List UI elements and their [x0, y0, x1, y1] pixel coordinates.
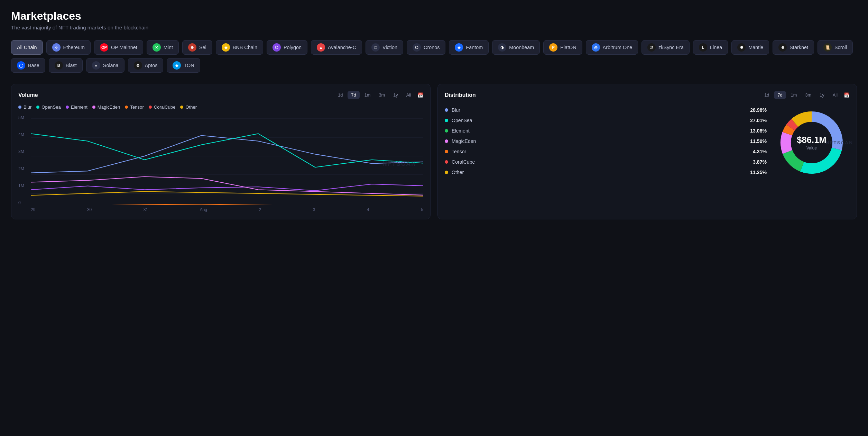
time-btn-1d[interactable]: 1d	[334, 91, 346, 99]
volume-time-filters: 1d7d1m3m1yAll📅	[334, 91, 423, 99]
chain-btn-moonbeam[interactable]: ◑Moonbeam	[492, 40, 540, 55]
donut-slice-element	[783, 150, 804, 172]
volume-panel-header: Volume 1d7d1m3m1yAll📅	[18, 91, 423, 99]
chain-btn-fantom[interactable]: ◈Fantom	[449, 40, 489, 55]
donut-slice-opensea	[800, 148, 842, 174]
chain-label-base: Base	[28, 63, 39, 68]
chain-icon-ton: ◆	[173, 61, 181, 70]
chain-btn-viction[interactable]: □Viction	[366, 40, 403, 55]
chain-label-polygon: Polygon	[284, 45, 302, 50]
chain-btn-scroll[interactable]: 📜Scroll	[818, 40, 853, 55]
dist-row-opensea: OpenSea 27.01%	[445, 118, 767, 123]
chain-btn-sei[interactable]: ⊕Sei	[182, 40, 212, 55]
chain-btn-mantle[interactable]: ✺Mantle	[731, 40, 769, 55]
time-btn-1y[interactable]: 1y	[390, 91, 401, 99]
legend-label: Tensor	[130, 105, 144, 110]
time-btn-7d[interactable]: 7d	[348, 91, 359, 99]
dist-label: Other	[452, 170, 747, 175]
dist-label: OpenSea	[452, 118, 747, 123]
chain-btn-linea[interactable]: LLinea	[693, 40, 728, 55]
line-tensor	[31, 204, 423, 206]
time-btn-1m[interactable]: 1m	[361, 91, 374, 99]
chain-btn-platon[interactable]: PPlatON	[543, 40, 582, 55]
time-btn-1d[interactable]: 1d	[761, 91, 773, 99]
chain-btn-zksync[interactable]: ⇄zkSync Era	[641, 40, 690, 55]
time-btn-1m[interactable]: 1m	[787, 91, 801, 99]
time-btn-3m[interactable]: 3m	[375, 91, 388, 99]
legend-item-other: Other	[180, 105, 197, 110]
calendar-icon[interactable]: 📅	[417, 92, 423, 98]
chain-btn-ton[interactable]: ◆TON	[167, 58, 200, 73]
chain-label-blast: Blast	[66, 63, 77, 68]
page-title: Marketplaces	[11, 10, 857, 22]
chain-btn-mint[interactable]: ✕Mint	[147, 40, 179, 55]
time-btn-3m[interactable]: 3m	[802, 91, 815, 99]
chain-icon-moonbeam: ◑	[498, 43, 506, 52]
dist-time-filters: 1d7d1m3m1yAll📅	[761, 91, 850, 99]
time-btn-All[interactable]: All	[829, 91, 841, 99]
dist-row-tensor: Tensor 4.31%	[445, 149, 767, 154]
chain-label-zksync: zkSync Era	[658, 45, 684, 50]
chain-btn-cronos[interactable]: ⬡Cronos	[407, 40, 445, 55]
y-label: 0	[18, 200, 24, 205]
legend-item-tensor: Tensor	[125, 105, 144, 110]
volume-y-labels: 5M4M3M2M1M0	[18, 115, 24, 212]
x-label: 29	[31, 207, 35, 212]
volume-title: Volume	[18, 92, 38, 98]
chain-label-starknet: Starknet	[789, 45, 808, 50]
legend-dot	[125, 106, 128, 109]
dist-pct: 3.87%	[753, 159, 767, 165]
legend-dot	[180, 106, 183, 109]
chain-label-linea: Linea	[710, 45, 722, 50]
chain-btn-ethereum[interactable]: ⟡Ethereum	[46, 40, 91, 55]
donut-center: $86.1M Value	[797, 135, 826, 151]
chain-btn-base[interactable]: ◯Base	[11, 58, 45, 73]
chain-icon-solana: ≡	[92, 61, 100, 70]
legend-dot	[18, 106, 21, 109]
chain-btn-arbitrum[interactable]: ◎Arbitrum One	[586, 40, 638, 55]
legend-label: CoralCube	[154, 105, 176, 110]
chain-icon-sei: ⊕	[188, 43, 196, 52]
legend-dot	[66, 106, 69, 109]
distribution-panel: Distribution 1d7d1m3m1yAll📅 Blur 28.98% …	[437, 84, 857, 219]
x-label: Aug	[200, 207, 207, 212]
chain-btn-avalanche[interactable]: ▲Avalanche-C	[311, 40, 362, 55]
dist-label: Element	[452, 128, 747, 134]
chain-label-mantle: Mantle	[748, 45, 763, 50]
chain-btn-blast[interactable]: BBlast	[49, 58, 83, 73]
chain-icon-avalanche: ▲	[317, 43, 325, 52]
legend-item-element: Element	[66, 105, 87, 110]
chain-btn-starknet[interactable]: ⊕Starknet	[773, 40, 814, 55]
chain-btn-bnb-chain[interactable]: ◆BNB Chain	[216, 40, 263, 55]
chain-btn-solana[interactable]: ≡Solana	[86, 58, 124, 73]
chain-btn-aptos[interactable]: ⊜Aptos	[128, 58, 164, 73]
chain-icon-arbitrum: ◎	[592, 43, 600, 52]
time-btn-1y[interactable]: 1y	[816, 91, 828, 99]
x-label: 3	[313, 207, 315, 212]
x-label: 2	[259, 207, 261, 212]
legend-item-coralcube: CoralCube	[149, 105, 176, 110]
time-btn-7d[interactable]: 7d	[774, 91, 786, 99]
calendar-icon[interactable]: 📅	[844, 92, 850, 98]
chain-label-op-mainnet: OP Mainnet	[111, 45, 137, 50]
dist-row-blur: Blur 28.98%	[445, 107, 767, 113]
legend-label: Other	[185, 105, 197, 110]
dist-row-element: Element 13.08%	[445, 128, 767, 134]
chain-label-platon: PlatON	[560, 45, 576, 50]
chain-label-fantom: Fantom	[466, 45, 483, 50]
chain-btn-op-mainnet[interactable]: OPOP Mainnet	[94, 40, 143, 55]
dist-row-coralcube: CoralCube 3.87%	[445, 159, 767, 165]
chain-label-cronos: Cronos	[424, 45, 440, 50]
dist-dot	[445, 108, 448, 112]
chain-btn-all[interactable]: All Chain	[11, 40, 43, 55]
chain-label-mint: Mint	[164, 45, 173, 50]
chain-btn-polygon[interactable]: ⬡Polygon	[267, 40, 307, 55]
legend-label: MagicEden	[98, 105, 120, 110]
chain-icon-op-mainnet: OP	[100, 43, 108, 52]
x-label: 4	[367, 207, 369, 212]
dist-label: MagicEden	[452, 138, 747, 144]
chain-icon-starknet: ⊕	[778, 43, 787, 52]
chain-icon-bnb-chain: ◆	[222, 43, 230, 52]
time-btn-All[interactable]: All	[403, 91, 415, 99]
dist-pct: 28.98%	[750, 107, 767, 113]
